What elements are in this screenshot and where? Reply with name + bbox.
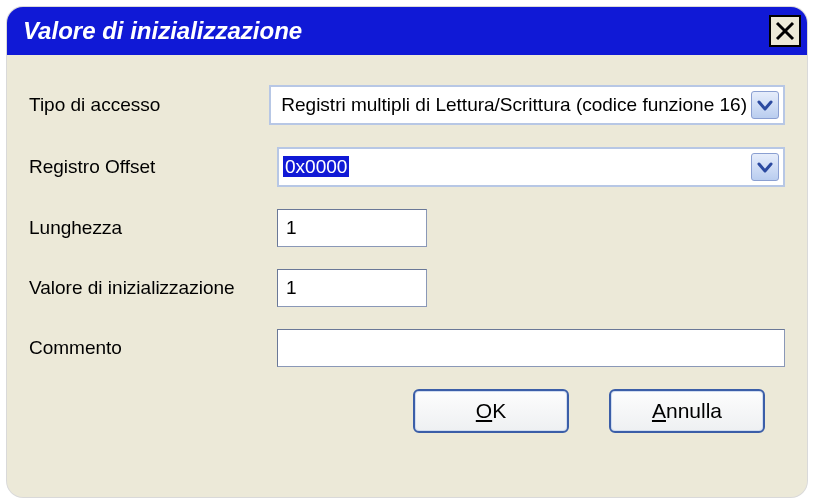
label-init-value: Valore di inizializzazione [29,277,277,299]
input-comment[interactable] [277,329,785,367]
input-init-value[interactable]: 1 [277,269,427,307]
row-comment: Commento [29,329,785,367]
close-button[interactable] [769,15,801,47]
window-title: Valore di inizializzazione [23,17,302,45]
combo-access-type[interactable]: Registri multipli di Lettura/Scrittura (… [269,85,785,125]
input-length[interactable]: 1 [277,209,427,247]
button-row: OK Annulla [29,389,785,433]
combo-register-offset-value: 0x0000 [283,156,747,178]
cancel-button[interactable]: Annulla [609,389,765,433]
combo-register-offset[interactable]: 0x0000 [277,147,785,187]
row-access-type: Tipo di accesso Registri multipli di Let… [29,85,785,125]
ok-button[interactable]: OK [413,389,569,433]
input-init-value-value: 1 [286,277,297,299]
row-init-value: Valore di inizializzazione 1 [29,269,785,307]
dialog-window: Valore di inizializzazione Tipo di acces… [7,7,807,497]
close-icon [775,21,795,41]
combo-register-offset-arrow[interactable] [751,153,779,181]
input-length-value: 1 [286,217,297,239]
label-register-offset: Registro Offset [29,156,277,178]
row-length: Lunghezza 1 [29,209,785,247]
label-length: Lunghezza [29,217,277,239]
chevron-down-icon [757,97,773,113]
label-access-type: Tipo di accesso [29,94,269,116]
label-comment: Commento [29,337,277,359]
combo-access-type-value: Registri multipli di Lettura/Scrittura (… [281,94,747,116]
titlebar: Valore di inizializzazione [7,7,807,55]
row-register-offset: Registro Offset 0x0000 [29,147,785,187]
dialog-body: Tipo di accesso Registri multipli di Let… [7,55,807,497]
combo-access-type-arrow[interactable] [751,91,779,119]
chevron-down-icon [757,159,773,175]
